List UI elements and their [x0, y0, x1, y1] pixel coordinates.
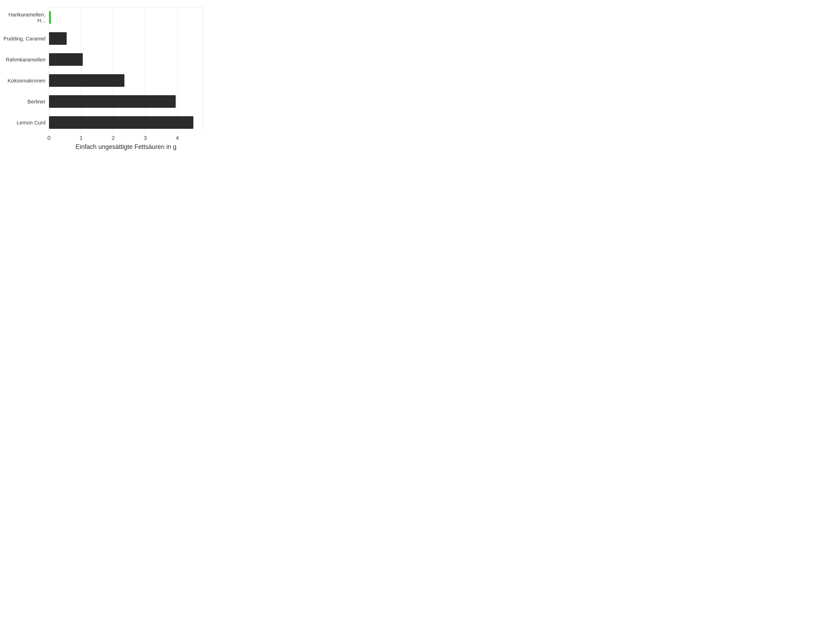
- y-tick-label: Pudding, Caramel: [0, 36, 46, 41]
- y-tick-label: Berliner: [0, 99, 46, 104]
- bar-row: [49, 49, 203, 70]
- bar-row: [49, 7, 203, 28]
- bar-row: [49, 91, 203, 112]
- bar-row: [49, 28, 203, 49]
- bar: [49, 116, 193, 129]
- bar-row: [49, 70, 203, 91]
- y-tick-label: Kokosmakronen: [0, 78, 46, 84]
- bar: [49, 11, 51, 24]
- x-tick-label: 1: [76, 135, 86, 141]
- x-tick-label: 3: [140, 135, 150, 141]
- y-tick-label: Hartkaramellen, H...: [0, 12, 46, 23]
- bar: [49, 32, 67, 45]
- x-axis-title: Einfach ungesättigte Fettsäuren in g: [49, 143, 203, 150]
- y-tick-label: Lemon Curd: [0, 120, 46, 125]
- y-tick-label: Rahmkaramellen: [0, 57, 46, 63]
- x-tick-label: 2: [108, 135, 118, 141]
- plot-area: [49, 7, 203, 133]
- bar-row: [49, 112, 203, 133]
- bar: [49, 53, 83, 66]
- x-tick-label: 0: [44, 135, 54, 141]
- bar: [49, 95, 176, 108]
- bar: [49, 74, 125, 87]
- x-tick-label: 4: [172, 135, 183, 141]
- bar-chart: Hartkaramellen, H...Pudding, CaramelRahm…: [0, 0, 210, 158]
